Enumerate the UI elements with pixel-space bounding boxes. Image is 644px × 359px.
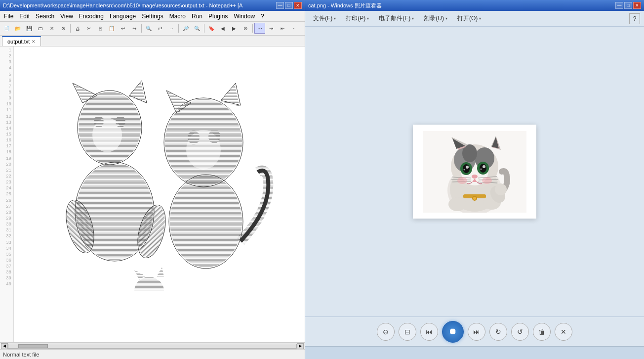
notepad-minimize-btn[interactable]: — bbox=[276, 2, 284, 9]
pv-delete-btn[interactable]: 🗑 bbox=[533, 323, 551, 341]
svg-point-28 bbox=[208, 130, 220, 143]
editor-area: 12345678910 11121314151617181920 2122232… bbox=[0, 46, 305, 342]
toolbar-find[interactable]: 🔍 bbox=[143, 23, 154, 34]
pv-rotate-ccw-btn[interactable]: ↺ bbox=[511, 323, 529, 341]
menu-search[interactable]: Search bbox=[33, 12, 57, 21]
pv-content bbox=[305, 27, 644, 316]
toolbar-copy[interactable]: ⎘ bbox=[95, 23, 106, 34]
pv-file-arrow: ▾ bbox=[334, 16, 336, 21]
pv-zoom-fit-btn[interactable]: ⊟ bbox=[399, 323, 416, 341]
h-scrollbar[interactable] bbox=[8, 344, 297, 349]
svg-point-68 bbox=[448, 197, 466, 211]
notepad-maximize-btn[interactable]: □ bbox=[285, 2, 293, 9]
toolbar-whitespace[interactable]: · bbox=[288, 23, 299, 34]
menu-help[interactable]: ? bbox=[258, 12, 267, 21]
toolbar-undo[interactable]: ↩ bbox=[118, 23, 128, 34]
pv-menu-email[interactable]: 电子邮件(E) ▾ bbox=[375, 12, 418, 25]
photoviewer-window: cat.png - Windows 照片查看器 — □ ✕ 文件(F) ▾ 打印… bbox=[305, 0, 644, 359]
line-numbers: 12345678910 11121314151617181920 2122232… bbox=[0, 46, 14, 342]
notepad-statusbar: Normal text file bbox=[0, 349, 305, 359]
tab-output-txt[interactable]: output.txt ✕ bbox=[2, 36, 41, 46]
menu-run[interactable]: Run bbox=[189, 12, 205, 21]
pv-close-btn[interactable]: ✕ bbox=[633, 2, 641, 9]
toolbar-indent[interactable]: ⇥ bbox=[266, 23, 277, 34]
ascii-art-svg bbox=[16, 48, 292, 291]
toolbar-paste[interactable]: 📋 bbox=[106, 23, 117, 34]
pv-titlebar: cat.png - Windows 照片查看器 — □ ✕ bbox=[305, 0, 644, 11]
svg-point-26 bbox=[116, 116, 125, 128]
toolbar-zoom-out[interactable]: 🔍 bbox=[192, 23, 202, 34]
toolbar-saveall[interactable]: 🗃 bbox=[35, 23, 46, 34]
ascii-art-content[interactable] bbox=[14, 46, 305, 342]
svg-point-55 bbox=[472, 175, 478, 179]
pv-help-btn[interactable]: ? bbox=[629, 13, 640, 24]
toolbar-unindent[interactable]: ⇤ bbox=[277, 23, 288, 34]
toolbar-sep-1 bbox=[70, 24, 71, 33]
pv-menu-print[interactable]: 打印(P) ▾ bbox=[342, 12, 373, 25]
toolbar-next-bookmark[interactable]: ▶ bbox=[229, 23, 240, 34]
pv-minimize-btn[interactable]: — bbox=[615, 2, 623, 9]
toolbar-cut[interactable]: ✂ bbox=[83, 23, 94, 34]
pv-statusbar bbox=[305, 346, 644, 359]
toolbar-prev-bookmark[interactable]: ◀ bbox=[217, 23, 228, 34]
pv-maximize-btn[interactable]: □ bbox=[624, 2, 632, 9]
svg-point-63 bbox=[457, 177, 467, 184]
pv-rotate-cw-btn[interactable]: ↻ bbox=[489, 323, 507, 341]
menu-file[interactable]: File bbox=[1, 12, 16, 21]
pv-slideshow-btn[interactable]: ⏺ bbox=[442, 321, 464, 343]
h-scroll-thumb[interactable] bbox=[18, 344, 48, 348]
toolbar-zoom-in[interactable]: 🔎 bbox=[180, 23, 191, 34]
scroll-right-btn[interactable]: ▶ bbox=[297, 343, 304, 349]
pv-prev-btn[interactable]: ⏮ bbox=[420, 323, 438, 341]
scroll-left-btn[interactable]: ◀ bbox=[1, 343, 8, 349]
toolbar-replace[interactable]: ⇄ bbox=[155, 23, 165, 34]
toolbar-wordwrap[interactable]: ⋯ bbox=[254, 23, 265, 34]
notepad-title: D:\Development\workspace\imageHandler\sr… bbox=[3, 2, 242, 8]
toolbar-goto[interactable]: → bbox=[166, 23, 177, 34]
cat-image bbox=[423, 131, 526, 213]
toolbar-bookmark[interactable]: 🔖 bbox=[206, 23, 217, 34]
svg-point-22 bbox=[170, 176, 242, 268]
toolbar-close[interactable]: ✕ bbox=[46, 23, 57, 34]
pv-toolbar: ⊖ ⊟ ⏮ ⏺ ⏭ ↻ ↺ 🗑 ✕ bbox=[305, 316, 644, 346]
notepad-window: D:\Development\workspace\imageHandler\sr… bbox=[0, 0, 305, 359]
toolbar-open[interactable]: 📂 bbox=[12, 23, 23, 34]
pv-menu-file[interactable]: 文件(F) ▾ bbox=[309, 12, 340, 25]
notepad-toolbar: 📄 📂 💾 🗃 ✕ ⊗ 🖨 ✂ ⎘ 📋 ↩ ↪ 🔍 ⇄ → 🔎 🔍 🔖 ◀ ▶ … bbox=[0, 22, 305, 36]
pv-exit-btn[interactable]: ✕ bbox=[555, 323, 572, 341]
menu-window[interactable]: Window bbox=[231, 12, 258, 21]
menu-encoding[interactable]: Encoding bbox=[76, 12, 107, 21]
toolbar-closeall[interactable]: ⊗ bbox=[58, 23, 69, 34]
pv-menu-open[interactable]: 打开(O) ▾ bbox=[453, 12, 485, 25]
svg-point-54 bbox=[481, 168, 482, 170]
pv-menu-burn[interactable]: 刻录(U) ▾ bbox=[420, 12, 451, 25]
menu-view[interactable]: View bbox=[57, 12, 76, 21]
menu-language[interactable]: Language bbox=[107, 12, 139, 21]
toolbar-sep-3 bbox=[178, 24, 179, 33]
notepad-close-btn[interactable]: ✕ bbox=[294, 2, 302, 9]
notepad-win-controls: — □ ✕ bbox=[276, 2, 302, 9]
pv-next-btn[interactable]: ⏭ bbox=[468, 323, 485, 341]
toolbar-print[interactable]: 🖨 bbox=[72, 23, 83, 34]
svg-point-64 bbox=[482, 177, 492, 184]
toolbar-new[interactable]: 📄 bbox=[1, 23, 12, 34]
tab-label: output.txt bbox=[7, 39, 30, 45]
menu-plugins[interactable]: Plugins bbox=[205, 12, 231, 21]
menu-edit[interactable]: Edit bbox=[16, 12, 33, 21]
svg-point-53 bbox=[464, 169, 465, 170]
menu-settings[interactable]: Settings bbox=[139, 12, 166, 21]
toolbar-clear-bookmark[interactable]: ⊘ bbox=[240, 23, 251, 34]
svg-point-52 bbox=[483, 165, 485, 168]
svg-point-27 bbox=[188, 131, 200, 144]
toolbar-sep-2 bbox=[141, 24, 142, 33]
svg-point-25 bbox=[94, 116, 104, 128]
pv-zoom-out-btn[interactable]: ⊖ bbox=[377, 323, 395, 341]
svg-point-51 bbox=[466, 166, 469, 169]
toolbar-redo[interactable]: ↪ bbox=[129, 23, 140, 34]
pv-email-arrow: ▾ bbox=[412, 16, 414, 21]
toolbar-save[interactable]: 💾 bbox=[24, 23, 35, 34]
svg-point-67 bbox=[473, 197, 476, 200]
menu-macro[interactable]: Macro bbox=[166, 12, 189, 21]
pv-print-arrow: ▾ bbox=[367, 16, 369, 21]
tab-close-icon[interactable]: ✕ bbox=[32, 39, 36, 44]
